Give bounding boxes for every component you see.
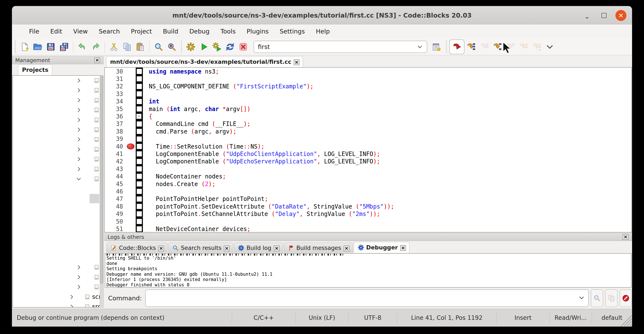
run-to-cursor-button[interactable] — [464, 40, 478, 53]
code-line-31[interactable]: 31 — [105, 75, 632, 83]
chevron-right-icon[interactable] — [76, 117, 82, 123]
log-tab-close-icon[interactable] — [344, 245, 349, 251]
chevron-right-icon[interactable] — [76, 136, 82, 143]
tree-item-realtime[interactable]: realtime — [13, 115, 103, 125]
chevron-right-icon[interactable] — [76, 264, 82, 270]
code-line-45[interactable]: 45 nodes.Create (2); — [105, 180, 632, 188]
fold-margin[interactable] — [136, 225, 143, 232]
breakpoint-margin[interactable] — [126, 143, 136, 150]
log-tab-debugger[interactable]: Debugger — [354, 242, 410, 253]
next-line-button[interactable] — [478, 40, 491, 53]
fold-margin[interactable]: − — [136, 113, 143, 120]
save-all-button[interactable] — [57, 40, 70, 53]
code-line-34[interactable]: 34int — [105, 98, 632, 105]
maximize-button[interactable] — [598, 10, 610, 21]
chevron-right-icon[interactable] — [76, 107, 82, 113]
fold-margin[interactable] — [136, 150, 143, 157]
menu-build[interactable]: Build — [157, 26, 184, 37]
tree-item-socket[interactable]: socket — [13, 135, 103, 144]
rebuild-button[interactable] — [224, 40, 237, 53]
code-line-48[interactable]: 48 pointToPoint.SetDeviceAttribute ("Dat… — [105, 203, 632, 210]
tree-item-stats[interactable]: stats — [13, 145, 103, 154]
paste-button[interactable] — [134, 40, 147, 53]
tree-item-hello[interactable]: hello — [13, 213, 103, 223]
fold-margin[interactable] — [136, 218, 143, 225]
tree-item-sixth[interactable]: sixth — [13, 243, 103, 253]
management-close-icon[interactable] — [94, 57, 100, 63]
menu-view[interactable]: View — [68, 26, 93, 37]
open-file-button[interactable] — [31, 40, 44, 53]
code-line-41[interactable]: 41 LogComponentEnable ("UdpEchoClientApp… — [105, 150, 632, 157]
menu-search[interactable]: Search — [93, 26, 126, 37]
cut-button[interactable] — [107, 40, 120, 53]
breakpoint-margin[interactable] — [126, 158, 136, 165]
menu-project[interactable]: Project — [125, 26, 157, 37]
tree-item-first[interactable]: first — [13, 194, 103, 203]
breakpoint-margin[interactable] — [126, 75, 136, 83]
stop-debugger-button[interactable] — [620, 289, 632, 307]
fold-margin[interactable] — [136, 83, 143, 90]
tree-item-scratch[interactable]: scratch — [13, 292, 103, 302]
fold-marker-icon[interactable]: − — [136, 114, 142, 119]
tree-item-tcp[interactable]: tcp — [13, 154, 103, 164]
code-line-32[interactable]: 32NS_LOG_COMPONENT_DEFINE ("FirstScriptE… — [105, 83, 632, 90]
step-into-button[interactable] — [491, 40, 504, 53]
run-button[interactable] — [197, 40, 210, 53]
chevron-right-icon[interactable] — [76, 146, 82, 153]
breakpoint-margin[interactable] — [126, 188, 136, 195]
chevron-right-icon[interactable] — [76, 274, 82, 280]
chevron-right-icon[interactable] — [76, 127, 82, 133]
fold-margin[interactable] — [136, 180, 143, 188]
editor-tab-close-icon[interactable] — [294, 59, 299, 65]
toolbar-grip[interactable] — [14, 41, 16, 53]
code-line-49[interactable]: 49 pointToPoint.SetChannelAttribute ("De… — [105, 210, 632, 217]
fold-margin[interactable] — [136, 195, 143, 203]
tree-item-fifth[interactable]: fifth — [13, 184, 103, 193]
fold-margin[interactable] — [136, 173, 143, 180]
tree-item-error[interactable]: error — [13, 76, 103, 85]
undo-button[interactable] — [76, 40, 89, 53]
menu-file[interactable]: File — [24, 26, 45, 37]
breakpoint-margin[interactable] — [126, 113, 136, 120]
log-tab-code-blocks[interactable]: Code::Blocks — [106, 243, 168, 253]
code-line-47[interactable]: 47 PointToPointHelper pointToPoint; — [105, 195, 632, 203]
breakpoint-margin[interactable] — [126, 165, 136, 173]
code-line-46[interactable]: 46 — [105, 188, 632, 195]
tree-item-wireless[interactable]: wireless — [13, 282, 103, 292]
breakpoint-margin[interactable] — [126, 98, 136, 105]
code-line-35[interactable]: 35main (int argc, char *argv[]) — [105, 105, 632, 113]
breakpoint-margin[interactable] — [126, 150, 136, 157]
new-file-button[interactable] — [18, 40, 31, 53]
fold-margin[interactable] — [136, 158, 143, 165]
breakpoint-margin[interactable] — [126, 225, 136, 232]
menu-plugins[interactable]: Plugins — [241, 26, 274, 37]
code-line-42[interactable]: 42 LogComponentEnable ("UdpEchoServerApp… — [105, 158, 632, 165]
fold-margin[interactable] — [136, 120, 143, 128]
breakpoint-margin[interactable] — [126, 90, 136, 98]
command-history-chevron-icon[interactable] — [578, 294, 585, 302]
breakpoint-margin[interactable] — [126, 68, 136, 75]
code-line-39[interactable]: 39 — [105, 135, 632, 143]
breakpoint-margin[interactable] — [126, 83, 136, 90]
chevron-right-icon[interactable] — [68, 303, 75, 307]
code-line-37[interactable]: 37 CommandLine cmd (__FILE__); — [105, 120, 632, 128]
build-target-combo[interactable]: first — [254, 41, 427, 53]
chevron-right-icon[interactable] — [76, 97, 82, 103]
code-line-44[interactable]: 44 NodeContainer nodes; — [105, 173, 632, 180]
breakpoint-margin[interactable] — [126, 195, 136, 203]
code-line-38[interactable]: 38 cmd.Parse (argc, argv); — [105, 128, 632, 135]
breakpoint-margin[interactable] — [126, 180, 136, 188]
chevron-right-icon[interactable] — [76, 77, 82, 84]
copy-button[interactable] — [120, 40, 134, 53]
chevron-right-icon[interactable] — [76, 166, 82, 172]
breakpoint-icon[interactable] — [127, 143, 134, 149]
project-tree[interactable]: erroripv6matrixnamingrealtimeroutingsock… — [12, 75, 103, 307]
tab-projects[interactable]: Projects — [18, 64, 52, 75]
menu-settings[interactable]: Settings — [274, 26, 310, 37]
debug-toolbar-overflow-button[interactable] — [543, 40, 556, 53]
menu-debug[interactable]: Debug — [184, 26, 215, 37]
breakpoint-margin[interactable] — [126, 105, 136, 113]
log-tab-search-results[interactable]: Search results — [168, 243, 233, 253]
tree-item-tutorial[interactable]: tutorial — [13, 174, 103, 184]
command-history-button[interactable] — [591, 289, 603, 307]
